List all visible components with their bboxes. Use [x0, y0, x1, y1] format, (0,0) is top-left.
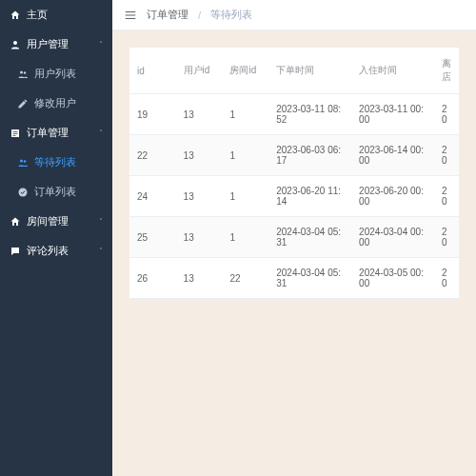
svg-point-9 [19, 188, 28, 196]
sidebar-label: 用户列表 [34, 67, 76, 81]
svg-point-7 [20, 159, 23, 162]
hamburger-icon[interactable] [124, 9, 137, 22]
data-table: id 用户id 房间id 下单时间 入住时间 离店 191312023-03-1… [129, 48, 459, 299]
cell-rid: 1 [222, 94, 268, 135]
table-row[interactable]: 251312024-03-04 05:312024-03-04 00:0020 [129, 217, 459, 258]
cell-order: 2024-03-04 05:31 [268, 217, 351, 258]
table-card: id 用户id 房间id 下单时间 入住时间 离店 191312023-03-1… [129, 48, 459, 299]
sidebar-item-home[interactable]: 主页 [0, 0, 112, 30]
sidebar-label: 订单列表 [34, 185, 76, 199]
cell-id: 22 [129, 135, 176, 176]
sidebar-item-wait-list[interactable]: 等待列表 [0, 148, 112, 177]
sidebar-item-order-mgmt[interactable]: 订单管理 ˄ [0, 118, 112, 148]
sidebar-label: 房间管理 [27, 214, 69, 228]
topbar: 订单管理 / 等待列表 [112, 0, 476, 30]
svg-rect-6 [13, 135, 16, 136]
cell-uid: 13 [176, 217, 223, 258]
cell-checkout: 20 [434, 135, 459, 176]
cell-order: 2023-06-03 06:17 [268, 135, 351, 176]
svg-rect-5 [13, 133, 18, 134]
breadcrumb-sep: / [198, 10, 201, 21]
cell-checkout: 20 [434, 217, 459, 258]
sidebar-label: 评论列表 [27, 244, 69, 258]
svg-point-2 [24, 71, 27, 74]
user-icon [10, 39, 21, 50]
cell-rid: 22 [222, 258, 268, 299]
th-rid: 房间id [222, 48, 268, 94]
table-row[interactable]: 2613222024-03-04 05:312024-03-05 00:0020 [129, 258, 459, 299]
home-icon [10, 216, 21, 228]
cell-checkin: 2024-03-04 00:00 [351, 217, 434, 258]
cell-checkout: 20 [434, 176, 459, 217]
table-header-row: id 用户id 房间id 下单时间 入住时间 离店 [129, 48, 459, 94]
sidebar-item-comment-list[interactable]: 评论列表 ˅ [0, 236, 112, 266]
table-row[interactable]: 241312023-06-20 11:142023-06-20 00:0020 [129, 176, 459, 217]
sidebar-label: 订单管理 [27, 126, 69, 140]
main: 订单管理 / 等待列表 id 用户id 房间id 下单时间 入住时间 离店 [112, 0, 476, 476]
th-id: id [129, 48, 176, 94]
sidebar-label: 主页 [27, 8, 48, 22]
cell-rid: 1 [222, 217, 268, 258]
chevron-up-icon: ˄ [99, 40, 103, 49]
check-icon [17, 187, 29, 198]
cell-order: 2023-06-20 11:14 [268, 176, 351, 217]
users-icon [17, 69, 29, 80]
cell-id: 25 [129, 217, 176, 258]
cell-id: 26 [129, 258, 176, 299]
svg-point-0 [13, 41, 17, 45]
cell-uid: 13 [176, 258, 223, 299]
cell-checkin: 2023-03-11 00:00 [351, 94, 434, 135]
users-icon [17, 157, 29, 169]
cell-checkout: 20 [434, 94, 459, 135]
chevron-down-icon: ˅ [99, 217, 103, 226]
svg-point-8 [24, 160, 27, 163]
sidebar-label: 修改用户 [34, 96, 76, 110]
svg-point-1 [20, 70, 23, 73]
sidebar-item-room-mgmt[interactable]: 房间管理 ˅ [0, 207, 112, 236]
edit-icon [17, 98, 29, 109]
sidebar-item-user-mgmt[interactable]: 用户管理 ˄ [0, 30, 112, 59]
cell-rid: 1 [222, 176, 268, 217]
home-icon [10, 10, 21, 21]
sidebar: 主页 用户管理 ˄ 用户列表 修改用户 订单管理 ˄ 等 [0, 0, 112, 476]
message-icon [10, 246, 21, 257]
table-row[interactable]: 221312023-06-03 06:172023-06-14 00:0020 [129, 135, 459, 176]
th-order: 下单时间 [268, 48, 351, 94]
sidebar-item-edit-user[interactable]: 修改用户 [0, 89, 112, 118]
sidebar-label: 用户管理 [27, 37, 69, 51]
cell-uid: 13 [176, 135, 223, 176]
sidebar-item-order-list[interactable]: 订单列表 [0, 177, 112, 207]
chevron-up-icon: ˄ [99, 129, 103, 137]
list-icon [10, 128, 21, 139]
sidebar-label: 等待列表 [34, 155, 76, 169]
th-checkout: 离店 [434, 48, 459, 94]
cell-checkin: 2024-03-05 00:00 [351, 258, 434, 299]
cell-checkout: 20 [434, 258, 459, 299]
cell-checkin: 2023-06-20 00:00 [351, 176, 434, 217]
cell-order: 2024-03-04 05:31 [268, 258, 351, 299]
cell-id: 19 [129, 94, 176, 135]
cell-order: 2023-03-11 08:52 [268, 94, 351, 135]
svg-rect-4 [13, 131, 18, 132]
chevron-down-icon: ˅ [99, 247, 103, 255]
th-checkin: 入住时间 [351, 48, 434, 94]
cell-uid: 13 [176, 94, 223, 135]
content: id 用户id 房间id 下单时间 入住时间 离店 191312023-03-1… [112, 30, 476, 316]
table-row[interactable]: 191312023-03-11 08:522023-03-11 00:0020 [129, 94, 459, 135]
breadcrumb-b: 等待列表 [210, 8, 252, 22]
cell-checkin: 2023-06-14 00:00 [351, 135, 434, 176]
sidebar-item-user-list[interactable]: 用户列表 [0, 59, 112, 89]
th-uid: 用户id [176, 48, 223, 94]
cell-rid: 1 [222, 135, 268, 176]
cell-id: 24 [129, 176, 176, 217]
cell-uid: 13 [176, 176, 223, 217]
breadcrumb-a[interactable]: 订单管理 [147, 8, 188, 22]
